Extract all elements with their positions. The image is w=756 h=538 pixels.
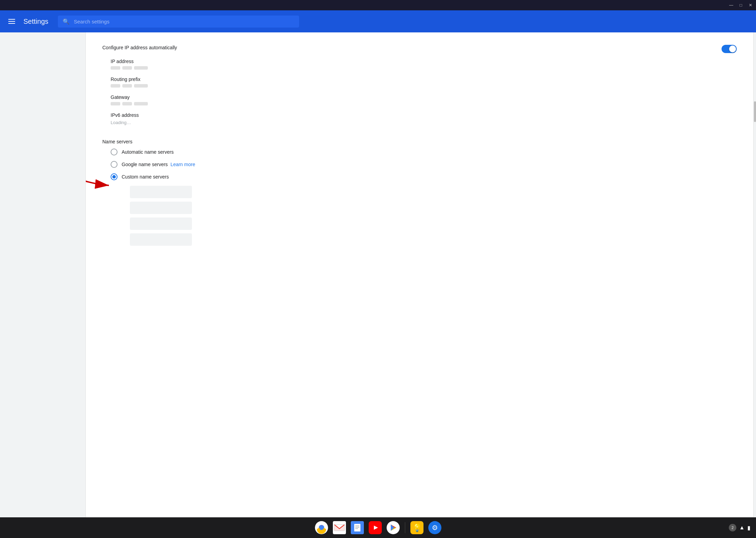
radio-automatic-label: Automatic name servers [122, 149, 174, 155]
name-servers-title: Name servers [102, 139, 737, 144]
system-tray: 2 ▲ ▮ [729, 524, 750, 531]
radio-custom-label: Custom name servers [122, 174, 169, 180]
routing-prefix-item: Routing prefix [111, 77, 737, 88]
ip-address-value [111, 66, 737, 70]
youtube-icon[interactable] [368, 520, 383, 535]
dns-field-1[interactable] [130, 186, 192, 198]
maximize-button[interactable]: □ [738, 3, 744, 8]
ipv6-item: IPv6 address Loading… [111, 112, 737, 125]
settings-content: Configure IP address automatically IP ad… [85, 32, 753, 517]
gateway-value [111, 102, 737, 105]
learn-more-link[interactable]: Learn more [171, 162, 195, 167]
radio-custom-circle[interactable] [111, 173, 118, 180]
radio-google-label-group: Google name servers Learn more [122, 162, 195, 167]
svg-text:⚙: ⚙ [432, 524, 438, 531]
configure-ip-toggle[interactable] [722, 45, 737, 53]
gateway-block-3 [134, 102, 148, 105]
scrollbar-thumb[interactable] [754, 101, 756, 122]
minimize-button[interactable]: — [728, 3, 734, 8]
sidebar [0, 32, 85, 517]
ip-address-label: IP address [111, 59, 737, 64]
taskbar: 💡 ⚙ 2 ▲ ▮ [0, 517, 756, 538]
svg-rect-8 [355, 526, 359, 526]
ip-block-2 [122, 66, 132, 70]
dns-field-3[interactable] [130, 217, 192, 230]
search-input[interactable] [74, 19, 294, 24]
ip-block-1 [111, 66, 120, 70]
search-icon: 🔍 [63, 18, 70, 25]
ip-info-section: IP address Routing prefix Gateway [102, 57, 737, 133]
scrollbar[interactable] [753, 32, 756, 517]
svg-rect-7 [354, 524, 360, 531]
search-bar[interactable]: 🔍 [58, 16, 299, 28]
svg-rect-10 [355, 528, 358, 529]
titlebar: — □ ✕ [0, 0, 756, 10]
taskbar-divider [405, 522, 405, 533]
lightbulb-icon[interactable]: 💡 [409, 520, 425, 535]
tray-badge: 2 [729, 524, 736, 531]
battery-icon: ▮ [747, 525, 750, 531]
menu-icon[interactable] [6, 16, 18, 27]
radio-custom[interactable]: Custom name servers [111, 173, 737, 180]
svg-rect-9 [355, 527, 359, 528]
gateway-item: Gateway [111, 94, 737, 105]
docs-icon[interactable] [350, 520, 365, 535]
svg-text:💡: 💡 [412, 523, 422, 532]
toggle-track [722, 45, 737, 53]
radio-google[interactable]: Google name servers Learn more [111, 161, 737, 168]
header: Settings 🔍 [0, 10, 756, 32]
gmail-icon[interactable] [332, 520, 347, 535]
play-store-icon[interactable] [386, 520, 401, 535]
settings-icon[interactable]: ⚙ [427, 520, 442, 535]
radio-automatic-circle[interactable] [111, 149, 118, 155]
configure-ip-row: Configure IP address automatically [102, 41, 737, 57]
radio-google-circle[interactable] [111, 161, 118, 168]
prefix-block-3 [134, 84, 148, 88]
radio-google-label: Google name servers [122, 162, 168, 167]
app-title: Settings [23, 18, 48, 26]
main-layout: Configure IP address automatically IP ad… [0, 32, 756, 517]
gateway-block-2 [122, 102, 132, 105]
toggle-thumb [729, 45, 736, 52]
ipv6-label: IPv6 address [111, 112, 737, 118]
prefix-block-1 [111, 84, 120, 88]
chrome-icon[interactable] [314, 520, 329, 535]
configure-ip-label: Configure IP address automatically [102, 45, 177, 50]
gateway-block-1 [111, 102, 120, 105]
wifi-icon: ▲ [739, 525, 745, 531]
prefix-block-2 [122, 84, 132, 88]
svg-point-3 [320, 526, 323, 529]
dns-field-4[interactable] [130, 233, 192, 246]
dns-fields [111, 186, 737, 246]
ip-address-item: IP address [111, 59, 737, 70]
name-servers-radio-group: Automatic name servers Google name serve… [102, 149, 737, 246]
gateway-label: Gateway [111, 94, 737, 100]
ip-block-3 [134, 66, 148, 70]
routing-prefix-label: Routing prefix [111, 77, 737, 82]
routing-prefix-value [111, 84, 737, 88]
close-button[interactable]: ✕ [748, 3, 753, 8]
dns-field-2[interactable] [130, 202, 192, 214]
ipv6-value: Loading… [111, 120, 737, 125]
radio-automatic[interactable]: Automatic name servers [111, 149, 737, 155]
